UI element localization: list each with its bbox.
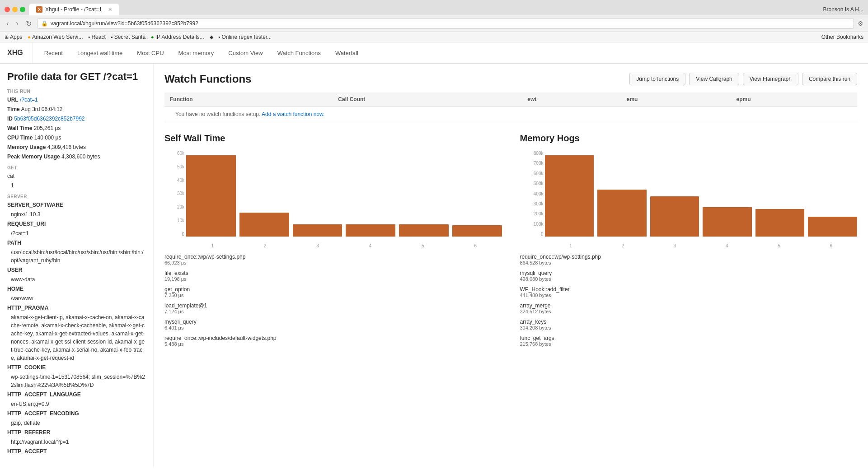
reload-button[interactable]: ↻ (24, 19, 33, 29)
nav-link-waterfall[interactable]: Waterfall (328, 43, 366, 63)
bookmarks-regex[interactable]: ▪ Online regex tester... (219, 34, 272, 40)
view-flamegraph-button[interactable]: View Flamegraph (743, 73, 798, 85)
nav-link-most-cpu[interactable]: Most CPU (130, 43, 171, 63)
http-referer-value: http://vagrant.local/?p=1 (11, 439, 69, 445)
nav-link-most-memory[interactable]: Most memory (171, 43, 221, 63)
bookmarks-regex-label: Online regex tester... (221, 34, 272, 40)
peak-memory-label: Peak Memory Usage (7, 153, 60, 160)
http-accept-encoding-value: gzip, deflate (11, 420, 40, 426)
mem-func-value-2: 498,080 bytes (520, 276, 858, 282)
bar-6 (452, 225, 502, 237)
home-value-row: /var/www (7, 294, 146, 302)
back-button[interactable]: ‹ (5, 19, 10, 28)
func-value-6: 5,488 μs (164, 341, 502, 347)
id-label: ID (7, 116, 13, 122)
watch-functions-header: Watch Functions Jump to functions View C… (164, 73, 857, 85)
mem-func-value-4: 324,512 bytes (520, 309, 858, 314)
self-wall-time-title: Self Wall Time (164, 133, 502, 144)
id-value[interactable]: 5b63f05d6362392c852b7992 (14, 116, 84, 122)
get-key: cat (7, 173, 14, 179)
mem-x-label-3: 3 (674, 243, 676, 248)
mem-func-name-3: WP_Hook::add_filter (520, 286, 858, 293)
compare-this-run-button[interactable]: Compare this run (802, 73, 857, 85)
bookmarks-apps[interactable]: ⊞ Apps (5, 34, 22, 40)
http-cookie-label: HTTP_COOKIE (7, 364, 46, 371)
wall-time-value: 205,261 μs (34, 125, 61, 131)
bookmarks-ip-label: IP Address Details... (155, 34, 204, 40)
bookmarks-secret-santa[interactable]: ▪ Secret Santa (111, 34, 145, 40)
mem-func-value-3: 441,480 bytes (520, 293, 858, 298)
nav-link-watch-functions[interactable]: Watch Functions (270, 43, 328, 63)
home-label: HOME (7, 286, 23, 292)
mem-func-name-1: require_once::wp/wp-settings.php (520, 254, 858, 260)
http-accept-language-value-row: en-US,en;q=0.9 (7, 400, 146, 408)
main-content: Profile data for GET /?cat=1 THIS RUN UR… (0, 64, 868, 467)
mem-func-value-1: 864,528 bytes (520, 260, 858, 265)
x-label-5: 5 (422, 243, 424, 248)
wall-time-row: Wall Time 205,261 μs (7, 124, 146, 132)
watch-empty-message: You have no watch functions setup. Add a… (170, 106, 330, 123)
view-callgraph-button[interactable]: View Callgraph (689, 73, 739, 85)
mem-x-label-5: 5 (778, 243, 780, 248)
nav-link-recent[interactable]: Recent (37, 43, 70, 63)
browser-chrome: X Xhgui - Profile - /?cat=1 ✕ Bronson Is… (0, 0, 868, 42)
user-value-row: www-data (7, 275, 146, 283)
tab-title: Xhgui - Profile - /?cat=1 (45, 6, 102, 13)
jump-to-functions-button[interactable]: Jump to functions (629, 73, 685, 85)
http-pragma-value: akamai-x-get-client-ip, akamai-x-cache-o… (11, 314, 145, 361)
forward-button[interactable]: › (14, 19, 20, 28)
minimize-dot[interactable] (12, 7, 18, 12)
bookmarks-other-label: Other Bookmarks (821, 34, 863, 40)
bookmarks-amazon[interactable]: ● Amazon Web Servi... (28, 34, 83, 40)
bookmarks-other[interactable]: Other Bookmarks (821, 34, 863, 40)
bookmarks-react[interactable]: ▪ React (89, 34, 106, 40)
watch-table-header-row: Function Call Count ewt emu epmu (164, 93, 857, 107)
mem-func-item-2: mysqli_query 498,080 bytes (520, 270, 858, 282)
browser-tab[interactable]: X Xhgui - Profile - /?cat=1 ✕ (29, 4, 119, 15)
time-row: Time Aug 3rd 06:04:12 (7, 105, 146, 113)
func-name-1: require_once::wp/wp-settings.php (164, 254, 502, 260)
func-item-3: get_option 7,250 μs (164, 286, 502, 298)
url-value[interactable]: /?cat=1 (20, 97, 38, 103)
mem-y-label-200k: 200k (520, 211, 544, 216)
add-watch-function-link[interactable]: Add a watch function now. (262, 111, 324, 117)
col-ewt: ewt (522, 93, 621, 107)
cpu-time-label: CPU Time (7, 135, 33, 141)
self-wall-time-section: Self Wall Time 60k 50k 40k 30k 20k 10k 0 (164, 133, 502, 351)
path-label: PATH (7, 240, 21, 246)
path-value: /usr/local/sbin:/usr/local/bin:/usr/sbin… (11, 249, 143, 264)
get-section: GET cat 1 (7, 165, 146, 190)
app-logo[interactable]: XHG (7, 42, 33, 63)
nav-link-longest-wall-time[interactable]: Longest wall time (70, 43, 130, 63)
mem-x-label-2: 2 (622, 243, 624, 248)
http-accept-encoding-label-row: HTTP_ACCEPT_ENCODING (7, 409, 146, 418)
bar-5 (399, 224, 449, 237)
address-bar[interactable]: 🔒 vagrant.local/xhgui/run/view?id=5b63f0… (37, 18, 854, 29)
http-accept-language-label: HTTP_ACCEPT_LANGUAGE (7, 391, 81, 398)
http-accept-language-label-row: HTTP_ACCEPT_LANGUAGE (7, 390, 146, 399)
get-value-row: 1 (7, 181, 146, 190)
http-accept-label: HTTP_ACCEPT (7, 448, 47, 455)
close-dot[interactable] (5, 7, 10, 12)
y-label-10k: 10k (164, 218, 184, 223)
id-row: ID 5b63f05d6362392c852b7992 (7, 115, 146, 123)
bookmarks-github[interactable]: ◆ (210, 34, 213, 40)
mem-y-label-0: 0 (520, 232, 544, 237)
http-cookie-value: wp-settings-time-1=1531708564; slim_sess… (11, 374, 145, 388)
mem-bar-5 (755, 209, 805, 237)
path-value-row: /usr/local/sbin:/usr/local/bin:/usr/sbin… (7, 248, 146, 265)
nav-link-custom-view[interactable]: Custom View (221, 43, 270, 63)
maximize-dot[interactable] (20, 7, 25, 12)
path-label-row: PATH (7, 239, 146, 247)
charts-row: Self Wall Time 60k 50k 40k 30k 20k 10k 0 (164, 133, 857, 351)
get-label: GET (7, 165, 146, 170)
bookmarks-apps-label: Apps (10, 34, 22, 40)
browser-nav-bar: ‹ › ↻ 🔒 vagrant.local/xhgui/run/view?id=… (0, 15, 868, 32)
mem-y-label-600k: 600k (520, 171, 544, 176)
http-accept-label-row: HTTP_ACCEPT (7, 447, 146, 455)
bar-3 (293, 224, 343, 237)
tab-close-button[interactable]: ✕ (108, 7, 112, 13)
func-value-2: 19,198 μs (164, 276, 502, 282)
bookmarks-ip-address[interactable]: ● IP Address Details... (151, 34, 204, 40)
y-label-30k: 30k (164, 191, 184, 196)
